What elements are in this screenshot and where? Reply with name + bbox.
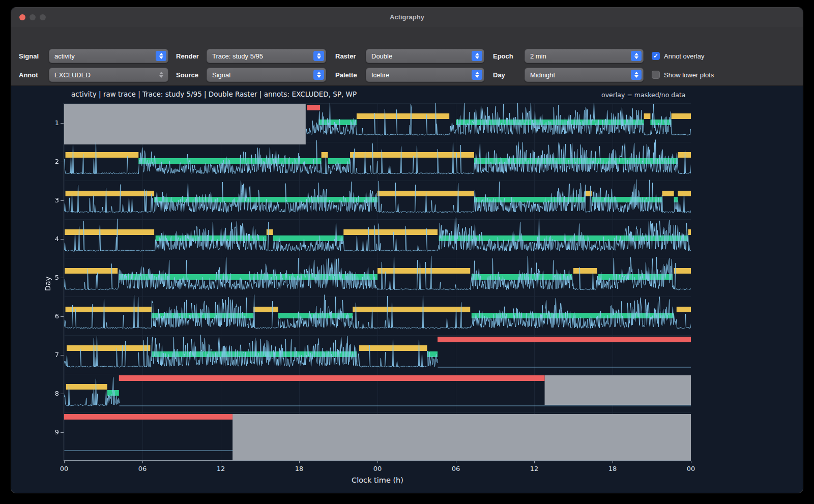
day-tick-label: 2: [39, 158, 59, 165]
day-tick-mark: [61, 316, 64, 317]
epoch-select[interactable]: 2 min: [525, 49, 644, 63]
toolbar: Signal activity Render Trace: study 5/95…: [11, 27, 803, 86]
window-title: Actigraphy: [11, 8, 803, 27]
epoch-label: Epoch: [493, 52, 525, 60]
day-label: Day: [493, 71, 525, 79]
day-tick-mark: [61, 200, 64, 201]
day-tick-label: 1: [39, 119, 59, 127]
clock-tick-label: 00: [367, 465, 388, 472]
render-label: Render: [176, 52, 207, 60]
checkbox-unchecked-icon: [652, 71, 660, 79]
show-lower-plots-checkbox[interactable]: Show lower plots: [652, 70, 714, 79]
clock-tick-mark: [691, 461, 691, 463]
y-axis-label: Day: [44, 274, 52, 294]
stepper-icon: [313, 51, 324, 61]
y-axis-spine: [64, 103, 64, 460]
day-tick-mark: [61, 278, 64, 278]
day-tick-mark: [61, 162, 64, 162]
day-tick-label: 9: [39, 428, 59, 436]
day-tick-label: 7: [39, 351, 59, 359]
clock-tick-mark: [221, 461, 221, 463]
clock-tick-label: 06: [132, 465, 153, 472]
source-label: Source: [176, 71, 207, 79]
annot-select: EXCLUDED: [49, 68, 168, 82]
raster-select[interactable]: Double: [366, 49, 484, 63]
signal-label: Signal: [19, 52, 49, 60]
titlebar[interactable]: Actigraphy: [11, 8, 803, 27]
clock-tick-label: 00: [681, 465, 701, 472]
annot-label: Annot: [19, 71, 49, 79]
clock-tick-label: 00: [54, 465, 74, 472]
day-tick-mark: [61, 123, 64, 124]
clock-tick-label: 12: [524, 465, 544, 472]
stepper-icon: [631, 51, 642, 61]
clock-tick-mark: [534, 461, 535, 463]
clock-tick-mark: [299, 461, 300, 463]
stepper-icon: [631, 70, 642, 80]
palette-label: Palette: [335, 71, 366, 79]
annot-overlay-checkbox[interactable]: ✓ Annot overlay: [652, 51, 705, 61]
checkbox-checked-icon: ✓: [652, 52, 660, 60]
clock-tick-mark: [456, 461, 456, 463]
day-tick-mark: [61, 432, 64, 433]
raster-label: Raster: [335, 52, 366, 60]
stepper-icon: [156, 51, 166, 61]
clock-tick-mark: [613, 461, 613, 463]
app-window: Actigraphy Signal activity Render Trace:…: [11, 7, 803, 493]
day-tick-mark: [61, 239, 64, 240]
stepper-icon: [472, 70, 482, 80]
day-tick-label: 4: [39, 235, 59, 243]
stepper-icon: [313, 70, 324, 80]
day-tick-label: 6: [39, 312, 59, 320]
clock-tick-mark: [142, 461, 143, 463]
x-axis-label: Clock time (h): [301, 476, 454, 484]
day-tick-mark: [61, 355, 64, 355]
day-tick-mark: [61, 394, 64, 394]
chart-title: activity | raw trace | Trace: study 5/95…: [71, 90, 357, 98]
stepper-icon: [472, 51, 482, 61]
day-select[interactable]: Midnight: [525, 68, 644, 82]
clock-tick-mark: [377, 461, 378, 463]
clock-tick-label: 18: [289, 465, 309, 472]
actigraphy-raster-plot[interactable]: [64, 103, 691, 460]
day-tick-label: 8: [39, 390, 59, 397]
source-select[interactable]: Signal: [207, 68, 326, 82]
signal-select[interactable]: activity: [49, 49, 168, 63]
clock-tick-mark: [64, 461, 65, 463]
clock-tick-label: 06: [446, 465, 466, 472]
palette-select[interactable]: Icefire: [366, 68, 484, 82]
clock-tick-label: 18: [602, 465, 623, 472]
clock-tick-label: 12: [211, 465, 231, 472]
day-tick-label: 3: [39, 196, 59, 204]
chart-panel: activity | raw trace | Trace: study 5/95…: [11, 86, 803, 493]
mask-legend-note: overlay = masked/no data: [601, 91, 686, 99]
stepper-icon: [156, 70, 166, 80]
render-select[interactable]: Trace: study 5/95: [207, 49, 326, 63]
